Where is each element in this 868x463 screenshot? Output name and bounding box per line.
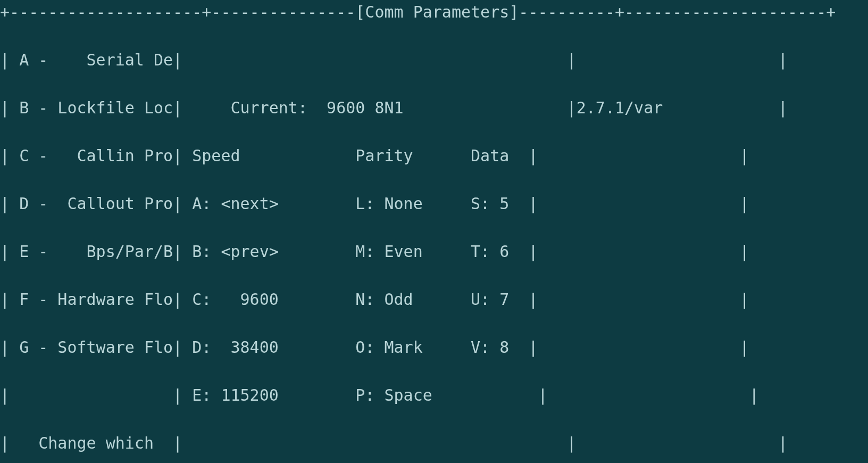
speed-header: Speed xyxy=(192,146,240,165)
menu-item-e[interactable]: E - Bps/Par/B xyxy=(19,242,173,261)
menu-item-b[interactable]: B - Lockfile Loc xyxy=(19,98,173,117)
border-top: +--------------------+---------------[Co… xyxy=(0,0,868,24)
speed-e[interactable]: E: 115200 xyxy=(192,386,279,404)
change-prompt: Change which xyxy=(38,434,154,452)
current-value: 9600 8N1 xyxy=(327,98,404,117)
speed-d[interactable]: D: 38400 xyxy=(192,338,279,357)
menu-item-f[interactable]: F - Hardware Flo xyxy=(19,290,173,309)
speed-b[interactable]: B: <prev> xyxy=(192,242,279,261)
parity-m[interactable]: M: Even xyxy=(355,242,422,261)
parity-header: Parity xyxy=(355,146,413,165)
speed-c[interactable]: C: 9600 xyxy=(192,290,279,309)
data-u[interactable]: U: 7 xyxy=(471,290,509,309)
parity-l[interactable]: L: None xyxy=(355,194,422,213)
current-label: Current: xyxy=(230,98,307,117)
menu-item-d[interactable]: D - Callout Pro xyxy=(19,194,173,213)
data-s[interactable]: S: 5 xyxy=(471,194,509,213)
parity-p[interactable]: P: Space xyxy=(355,386,432,404)
terminal-screen: +--------------------+---------------[Co… xyxy=(0,0,868,463)
data-v[interactable]: V: 8 xyxy=(471,338,509,357)
data-header: Data xyxy=(471,146,509,165)
parity-n[interactable]: N: Odd xyxy=(355,290,413,309)
menu-item-a[interactable]: A - Serial De xyxy=(19,51,173,69)
menu-item-g[interactable]: G - Software Flo xyxy=(19,338,173,357)
speed-a[interactable]: A: <next> xyxy=(192,194,279,213)
right-info: 2.7.1/var xyxy=(577,98,663,117)
data-t[interactable]: T: 6 xyxy=(471,242,509,261)
dialog-title: [Comm Parameters] xyxy=(355,3,519,21)
menu-item-c[interactable]: C - Callin Pro xyxy=(19,146,173,165)
parity-o[interactable]: O: Mark xyxy=(355,338,422,357)
